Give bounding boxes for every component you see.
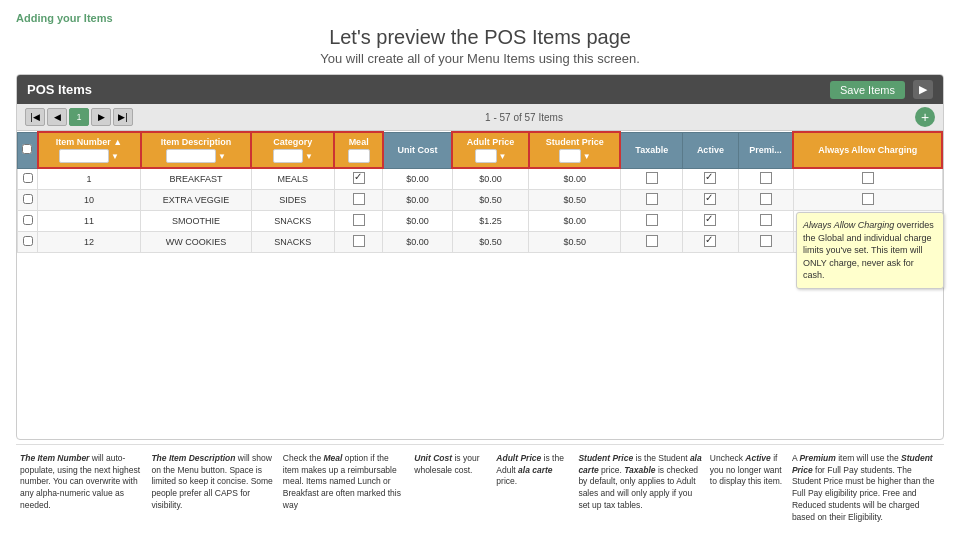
- callout-text: Always Allow Charging overrides the Glob…: [803, 220, 934, 280]
- col-premium: Premi...: [738, 132, 793, 168]
- top-label: Adding your Items: [16, 12, 944, 24]
- col-description[interactable]: Item Description ▼: [141, 132, 252, 168]
- bottom-descriptions: The Item Number will auto-populate, usin…: [16, 444, 944, 528]
- add-row-button[interactable]: +: [915, 107, 935, 127]
- col-taxable: Taxable: [620, 132, 682, 168]
- col-premium-label: Premi...: [749, 145, 782, 155]
- col-student-price[interactable]: Student Price ▼: [529, 132, 620, 168]
- table-cell[interactable]: [620, 168, 682, 190]
- col-unit-cost: Unit Cost: [383, 132, 452, 168]
- table-cell[interactable]: [738, 211, 793, 232]
- table-cell: EXTRA VEGGIE: [141, 190, 252, 211]
- table-cell[interactable]: [18, 168, 38, 190]
- panel-icon-button[interactable]: ▶: [913, 80, 933, 99]
- table-cell[interactable]: ✓: [683, 168, 738, 190]
- col-always-allow[interactable]: Always Allow Charging: [793, 132, 942, 168]
- table-cell: SIDES: [251, 190, 334, 211]
- table-cell[interactable]: ✓: [334, 168, 382, 190]
- table-cell[interactable]: [18, 232, 38, 253]
- table-cell[interactable]: [738, 168, 793, 190]
- table-cell[interactable]: [738, 232, 793, 253]
- item-desc-col: The Item Description will show on the Me…: [151, 453, 274, 524]
- select-all-checkbox[interactable]: [22, 144, 32, 154]
- panel-header: POS Items Save Items ▶: [17, 75, 943, 104]
- nav-first-button[interactable]: |◀: [25, 108, 45, 126]
- col-checkbox: [18, 132, 38, 168]
- table-cell[interactable]: [620, 211, 682, 232]
- table-cell: 10: [38, 190, 141, 211]
- item-number-filter[interactable]: [59, 149, 109, 163]
- col-unit-cost-label: Unit Cost: [397, 145, 437, 155]
- main-title: Let's preview the POS Items page: [16, 26, 944, 49]
- table-cell: $0.00: [383, 168, 452, 190]
- table-cell: 12: [38, 232, 141, 253]
- table-cell: SMOOTHIE: [141, 211, 252, 232]
- adult-price-desc-col: Adult Price is the Adult ala carte price…: [496, 453, 570, 524]
- nav-prev-button[interactable]: ◀: [47, 108, 67, 126]
- table-cell: $1.25: [452, 211, 529, 232]
- student-price-sort-icon[interactable]: ▼: [583, 152, 591, 161]
- meal-filter[interactable]: [348, 149, 370, 163]
- record-count: 1 - 57 of 57 Items: [485, 112, 563, 123]
- table-cell[interactable]: ✓: [683, 232, 738, 253]
- table-cell[interactable]: ✓: [683, 211, 738, 232]
- table-toolbar: |◀ ◀ 1 ▶ ▶| 1 - 57 of 57 Items +: [17, 104, 943, 131]
- item-number-desc: The Item Number will auto-populate, usin…: [20, 453, 143, 524]
- table-cell: $0.50: [529, 190, 620, 211]
- col-description-label: Item Description: [161, 137, 232, 147]
- col-item-number[interactable]: Item Number ▲ ▼: [38, 132, 141, 168]
- col-meal-label: Meal: [349, 137, 369, 147]
- description-filter[interactable]: [166, 149, 216, 163]
- table-cell[interactable]: [738, 190, 793, 211]
- description-sort-icon[interactable]: ▼: [218, 152, 226, 161]
- col-taxable-label: Taxable: [635, 145, 668, 155]
- category-sort-icon[interactable]: ▼: [305, 152, 313, 161]
- table-cell[interactable]: [620, 232, 682, 253]
- col-active-label: Active: [697, 145, 724, 155]
- col-category[interactable]: Category ▼: [251, 132, 334, 168]
- callout-title: Always Allow Charging: [803, 220, 894, 230]
- adult-price-filter[interactable]: [475, 149, 497, 163]
- col-meal[interactable]: Meal: [334, 132, 382, 168]
- active-desc-col: Uncheck Active if you no longer want to …: [710, 453, 784, 524]
- table-cell[interactable]: [620, 190, 682, 211]
- table-cell[interactable]: [793, 190, 942, 211]
- sub-title: You will create all of your Menu Items u…: [16, 51, 944, 66]
- nav-next-button[interactable]: ▶: [91, 108, 111, 126]
- table-cell: $0.00: [383, 211, 452, 232]
- col-always-allow-label: Always Allow Charging: [818, 145, 917, 155]
- col-category-label: Category: [273, 137, 312, 147]
- col-item-number-label: Item Number ▲: [56, 137, 122, 147]
- panel-title: POS Items: [27, 82, 92, 97]
- table-cell: $0.00: [452, 168, 529, 190]
- table-cell[interactable]: [18, 211, 38, 232]
- student-price-filter[interactable]: [559, 149, 581, 163]
- table-cell: $0.50: [452, 190, 529, 211]
- table-cell: $0.00: [383, 190, 452, 211]
- category-filter[interactable]: [273, 149, 303, 163]
- col-active: Active: [683, 132, 738, 168]
- meal-desc-col: Check the Meal option if the item makes …: [283, 453, 406, 524]
- table-cell[interactable]: [334, 232, 382, 253]
- col-student-price-label: Student Price: [546, 137, 604, 147]
- table-cell[interactable]: [18, 190, 38, 211]
- table-cell[interactable]: [793, 168, 942, 190]
- table-cell[interactable]: [334, 211, 382, 232]
- nav-last-button[interactable]: ▶|: [113, 108, 133, 126]
- table-cell: $0.00: [529, 211, 620, 232]
- nav-page-button[interactable]: 1: [69, 108, 89, 126]
- col-adult-price[interactable]: Adult Price ▼: [452, 132, 529, 168]
- save-items-button[interactable]: Save Items: [830, 81, 905, 99]
- table-cell[interactable]: ✓: [683, 190, 738, 211]
- premium-desc-col: A Premium item will use the Student Pric…: [792, 453, 940, 524]
- table-cell: BREAKFAST: [141, 168, 252, 190]
- item-number-sort-icon[interactable]: ▼: [111, 152, 119, 161]
- table-cell: $0.00: [383, 232, 452, 253]
- table-cell: $0.00: [529, 168, 620, 190]
- unit-cost-desc-col: Unit Cost is your wholesale cost.: [414, 453, 488, 524]
- table-cell[interactable]: [334, 190, 382, 211]
- callout-box: Always Allow Charging overrides the Glob…: [796, 212, 944, 289]
- adult-price-sort-icon[interactable]: ▼: [499, 152, 507, 161]
- student-price-desc-col: Student Price is the Student ala carte p…: [578, 453, 701, 524]
- table-cell: $0.50: [529, 232, 620, 253]
